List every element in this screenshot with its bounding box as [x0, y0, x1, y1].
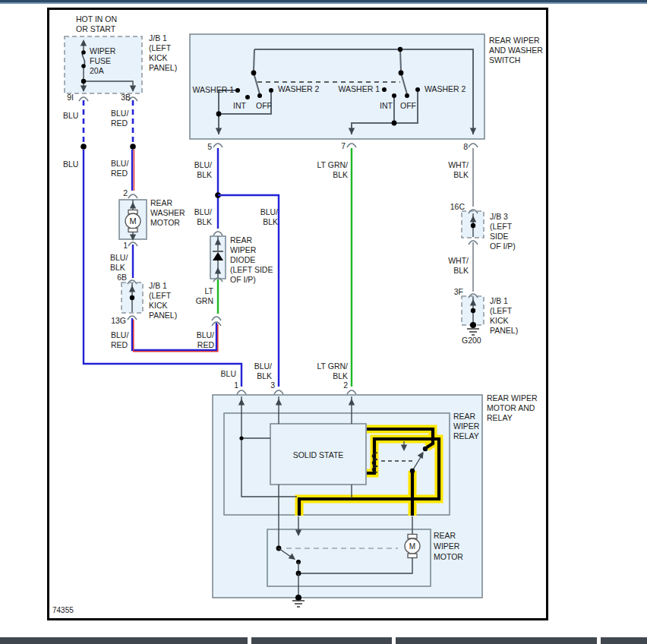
junction-block-label: (LEFT — [490, 222, 513, 231]
motor-symbol-letter: M — [409, 542, 415, 551]
pin-label: 8 — [463, 142, 468, 151]
switch-position-label: WASHER 1 — [339, 84, 380, 93]
component-title: SWITCH — [489, 55, 520, 65]
wire-label: BLU — [63, 111, 78, 120]
junction-block-label: J/B 1 — [149, 33, 167, 43]
switch-position-label: INT — [233, 101, 247, 110]
wire-label: BLU/ — [194, 207, 212, 216]
fuse-label: WIPER — [90, 46, 116, 55]
wire-label: BLK — [453, 266, 469, 275]
wire-label: RED — [111, 169, 128, 178]
junction-block-label: PANEL) — [149, 311, 177, 320]
component-title: REAR WIPER — [487, 393, 538, 402]
component-label: RELAY — [453, 431, 479, 440]
wire-label: RED — [111, 340, 128, 349]
wire-label: LT GRN/ — [317, 160, 349, 169]
pin-label: 2 — [343, 380, 348, 390]
wire-label: GRN — [196, 296, 213, 305]
junction-block-label: KICK — [149, 53, 168, 62]
junction-block-label: J/B 3 — [490, 212, 508, 221]
component-label: REAR — [453, 412, 476, 421]
wire-label: BLU/ — [260, 207, 278, 216]
wire-label: BLU/ — [111, 109, 128, 118]
junction-block-label: J/B 1 — [490, 296, 508, 305]
fuse-label: FUSE — [90, 56, 111, 65]
wire-label: BLK — [333, 170, 348, 179]
component-label: WIPER — [230, 245, 257, 254]
wire-label: BLK — [197, 217, 212, 226]
wiring-diagram-page: HOT IN ON OR START WIPER FUSE 20A J/B 1 … — [0, 0, 647, 644]
wire-label: BLU/ — [197, 330, 214, 339]
pin-label: 16C — [450, 202, 466, 211]
switch-position-label: WASHER 1 — [193, 85, 235, 94]
junction-block-label: PANEL) — [149, 63, 177, 72]
pin-label: 1 — [123, 241, 128, 250]
pin-label: 7 — [341, 141, 346, 150]
wire-label: BLU/ — [254, 361, 272, 371]
figure-number: 74355 — [52, 606, 74, 614]
wire-label: BLU — [221, 369, 236, 378]
switch-position-label: OFF — [256, 101, 272, 110]
junction-block-label: SIDE — [490, 232, 509, 241]
wire-label: WHT/ — [448, 256, 469, 265]
junction-block-label: PANEL) — [490, 326, 518, 335]
component-title: AND WASHER — [489, 46, 543, 55]
rear-wiper-washer-wiring-diagram: HOT IN ON OR START WIPER FUSE 20A J/B 1 … — [0, 0, 647, 635]
switch-position-label: INT — [380, 101, 393, 110]
junction-block-label: OF I/P) — [490, 242, 516, 251]
component-label: MOTOR — [150, 218, 180, 227]
wire-label: BLU/ — [111, 330, 128, 339]
pin-label: 3 — [270, 380, 275, 390]
junction-block-label: KICK — [490, 316, 509, 325]
wire-label: BLK — [453, 170, 469, 179]
wire-label: LT — [205, 286, 214, 295]
switch-position-label: WASHER 2 — [424, 84, 466, 93]
pin-label: 9I — [67, 93, 74, 102]
wire-label: BLK — [257, 371, 272, 380]
component-label: WASHER — [150, 208, 185, 217]
hot-note: HOT IN ON — [76, 14, 117, 24]
pin-label: 13G — [111, 316, 126, 325]
bottom-panel-edge[interactable] — [251, 637, 392, 644]
pin-label: 1 — [234, 380, 238, 390]
pin-label: 2 — [123, 188, 128, 197]
wire-label: BLK — [263, 217, 278, 226]
component-title: REAR WIPER — [489, 36, 540, 45]
component-label: WIPER — [453, 421, 480, 431]
wire-label: RED — [197, 340, 215, 349]
wire-label: BLK — [197, 170, 212, 179]
wire-label: LT GRN/ — [317, 361, 349, 371]
pin-label: 3F — [454, 287, 463, 296]
junction-block-label: (LEFT — [490, 306, 513, 315]
wire-label: BLU/ — [111, 159, 128, 168]
switch-position-label: WASHER 2 — [278, 84, 320, 93]
component-label: WIPER — [434, 541, 460, 551]
component-label: OF I/P) — [230, 275, 256, 284]
pin-label: 5 — [207, 142, 212, 151]
switch-position-label: OFF — [400, 101, 416, 110]
component-title: RELAY — [487, 413, 513, 422]
junction-block-label: (LEFT — [149, 291, 172, 300]
component-label: (LEFT SIDE — [230, 265, 273, 274]
bottom-panel-edge[interactable] — [396, 637, 597, 644]
motor-symbol-letter: M — [129, 216, 136, 226]
hot-note: OR START — [76, 24, 116, 33]
fuse-label: 20A — [90, 66, 104, 75]
component-label: MOTOR — [434, 552, 463, 561]
junction-block-label: (LEFT — [149, 43, 172, 52]
wire-label: BLU/ — [194, 160, 212, 169]
solid-state-label: SOLID STATE — [293, 450, 344, 459]
wire-label: BLU — [63, 159, 78, 169]
ground-label: G200 — [462, 336, 481, 345]
junction-block-label: KICK — [149, 301, 168, 310]
wire-label: BLU/ — [110, 253, 128, 262]
pin-label: 6B — [117, 273, 127, 282]
component-label: DIODE — [230, 255, 255, 264]
bottom-panel-edge[interactable] — [601, 637, 647, 644]
component-title: MOTOR AND — [487, 403, 535, 412]
wire-label: BLK — [110, 263, 125, 272]
bottom-panel-edge[interactable] — [0, 637, 248, 644]
pin-label: 3B — [121, 93, 131, 102]
junction-block-label: J/B 1 — [149, 281, 167, 290]
wire-label: BLK — [333, 371, 348, 380]
